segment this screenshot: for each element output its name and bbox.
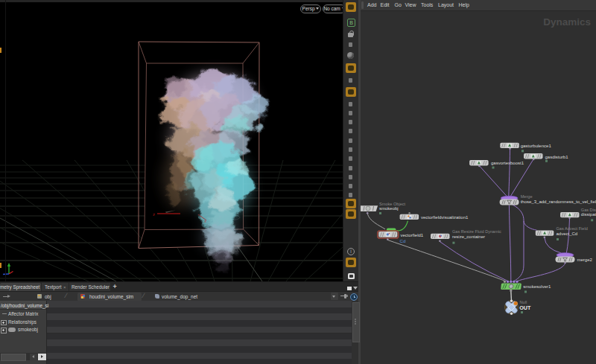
svg-text:smokesolver1: smokesolver1 bbox=[523, 284, 551, 289]
svg-text:merge2: merge2 bbox=[577, 258, 593, 262]
svg-text:gasdisturb1: gasdisturb1 bbox=[545, 155, 569, 159]
svg-text:vectorfieldvisualization1: vectorfieldvisualization1 bbox=[421, 215, 469, 220]
svg-text:OUT: OUT bbox=[519, 304, 531, 311]
svg-text:x: x bbox=[204, 219, 206, 223]
svg-text:advect_Cd: advect_Cd bbox=[557, 232, 578, 236]
svg-text:smokeobj: smokeobj bbox=[379, 206, 399, 211]
svg-text:vectorfield1: vectorfield1 bbox=[401, 233, 424, 237]
svg-text:gasvortexboost1: gasvortexboost1 bbox=[491, 161, 524, 165]
svg-text:dissipate: dissipate bbox=[581, 212, 596, 217]
svg-text:Cd: Cd bbox=[400, 238, 406, 243]
svg-text:resize_container: resize_container bbox=[452, 234, 485, 239]
svg-text:Gas Resize Fluid Dynamic: Gas Resize Fluid Dynamic bbox=[452, 229, 501, 234]
svg-text:those_3_add_randomness_to_vel_: those_3_add_randomness_to_vel_field bbox=[521, 199, 596, 204]
svg-text:z: z bbox=[153, 212, 155, 217]
svg-text:Smoke Object: Smoke Object bbox=[379, 202, 406, 206]
svg-text:gasturbulence1: gasturbulence1 bbox=[521, 144, 552, 148]
svg-text:Merge: Merge bbox=[521, 194, 533, 199]
svg-text:Dynamics: Dynamics bbox=[543, 16, 591, 28]
svg-text:Gas Dissipate: Gas Dissipate bbox=[581, 208, 596, 212]
svg-text:Gas Advect Field: Gas Advect Field bbox=[557, 226, 588, 231]
